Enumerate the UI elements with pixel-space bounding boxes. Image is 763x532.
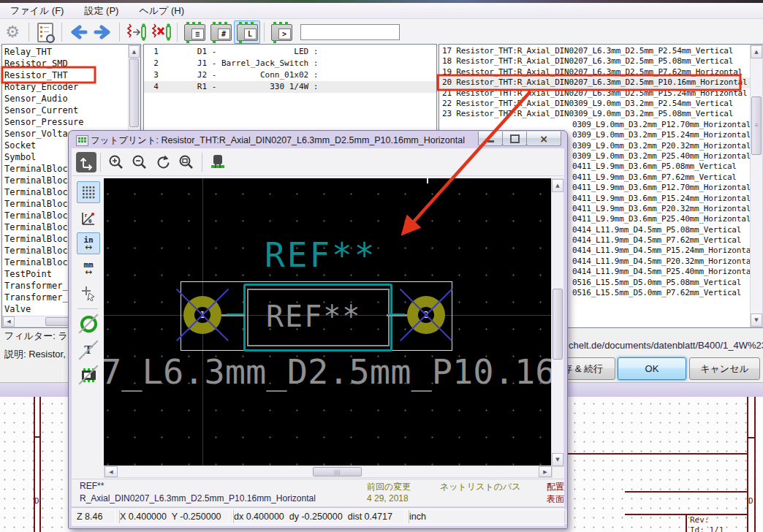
title-block-line-top <box>625 491 748 493</box>
close-button[interactable]: × <box>526 132 561 146</box>
delete-associations-button[interactable] <box>148 21 173 43</box>
footprint-row-partial[interactable]: 0309_L9.0mm_D3.2mm_P12.70mm_Horizontal <box>569 120 751 130</box>
ok-button[interactable]: OK <box>618 357 686 380</box>
polar-coords-button[interactable]: rθ <box>77 208 100 229</box>
footprint-row-partial[interactable]: 0414_L11.9mm_D4.5mm_P5.08mm_Vertical <box>569 225 751 235</box>
units-mm-button[interactable]: mm↔ <box>77 257 100 279</box>
next-component-button[interactable] <box>91 21 115 43</box>
footprint-icon <box>76 135 88 146</box>
footprint-row[interactable]: 20 Resistor_THT:R_Axial_DIN0207_L6.3mm_D… <box>439 77 751 88</box>
scroll-right-button[interactable]: ▶ <box>539 466 552 477</box>
library-item[interactable]: Rotary_Encoder <box>2 81 126 93</box>
cursor-crosshair-icon <box>80 285 96 301</box>
zoom-fit-icon <box>178 154 194 170</box>
library-item[interactable]: Resistor_SMD <box>2 58 126 69</box>
footprint-row-partial[interactable]: 0414_L11.9mm_D4.5mm_P25.40mm_Horizontal <box>569 267 751 277</box>
cancel-button[interactable]: キャンセル <box>689 357 760 380</box>
scroll-up-button[interactable]: ▲ <box>751 45 762 58</box>
datasheet-url-text: chelt.de/documents/datenblatt/B400/1_4W%… <box>569 340 763 351</box>
menu-item[interactable]: ヘルプ (H) <box>129 3 194 18</box>
maximize-icon <box>510 134 520 143</box>
zoom-out-icon <box>132 154 148 170</box>
text-sketch-mode-button[interactable]: T <box>77 339 100 361</box>
footprint-row[interactable]: 21 Resistor_THT:R_Axial_DIN0207_L6.3mm_D… <box>439 88 751 99</box>
zoom-in-button[interactable] <box>105 151 128 173</box>
footprint-row[interactable]: 19 Resistor_THT:R_Axial_DIN0207_L6.3mm_D… <box>439 67 751 77</box>
footprint-viewer-button[interactable] <box>33 21 58 43</box>
outline-sketch-mode-button[interactable] <box>77 364 100 386</box>
scroll-thumb[interactable]: ≡ <box>751 96 762 155</box>
filter-button-≡[interactable]: ≡ <box>181 20 208 44</box>
component-row[interactable]: 2 J1 - Barrel_Jack_Switch : <box>144 58 436 69</box>
show-both-sides-button[interactable] <box>76 152 96 172</box>
footprint-row[interactable]: 22 Resistor_THT:R_Axial_DIN0309_L9.0mm_D… <box>439 99 751 109</box>
scroll-left-button[interactable]: ◀ <box>3 316 15 327</box>
toolbar-separator <box>100 153 101 172</box>
filter-button->[interactable]: > <box>268 20 295 44</box>
cursor-shape-button[interactable] <box>77 282 100 304</box>
scroll-up-button[interactable]: ▲ <box>129 45 140 58</box>
footprint-search-input[interactable] <box>300 24 400 40</box>
footprint-row-partial[interactable]: 0516_L15.5mm_D5.0mm_P5.08mm_Vertical <box>569 278 751 288</box>
pad-sketch-mode-button[interactable] <box>77 313 100 335</box>
info-last-change-label: 前回の変更 <box>367 481 411 493</box>
menu-item[interactable]: ファイル (F) <box>0 3 74 18</box>
redraw-view-button[interactable] <box>151 151 175 173</box>
library-item[interactable]: Resistor_THT <box>2 69 126 81</box>
footprint-row-partial[interactable]: 0414_L11.9mm_D4.5mm_P20.32mm_Horizontal <box>569 256 751 267</box>
scroll-down-button[interactable]: ▼ <box>751 314 762 327</box>
canvas-vscrollbar[interactable]: ▲ ▼ <box>551 178 564 467</box>
component-row[interactable]: 4 R1 - 330 1/4W : <box>144 81 436 93</box>
library-item[interactable]: Sensor_Pressure <box>2 116 126 128</box>
auto-associate-button[interactable] <box>124 21 148 43</box>
footprint-vscrollbar[interactable]: ▲ ≡ ▼ <box>750 45 763 327</box>
scroll-up-button[interactable]: ▲ <box>552 179 563 192</box>
footprint-row-partial[interactable]: 0411_L9.9mm_D3.6mm_P20.32mm_Horizontal <box>569 204 751 214</box>
sheet-zone-label-right: D <box>748 496 753 506</box>
footprint-row[interactable]: 18 Resistor_THT:R_Axial_DIN0207_L6.3mm_D… <box>439 56 751 66</box>
footprint-row-partial[interactable]: 0516_L15.5mm_D5.0mm_P7.62mm_Vertical <box>569 288 751 298</box>
scroll-thumb[interactable] <box>553 289 563 360</box>
footprint-row-partial[interactable]: 0411_L9.9mm_D3.6mm_P7.62mm_Vertical <box>569 172 751 183</box>
footprint-row-partial[interactable]: 0309_L9.0mm_D3.2mm_P15.24mm_Horizontal <box>569 130 751 140</box>
zoom-fit-button[interactable] <box>175 151 198 173</box>
library-item[interactable]: Relay_THT <box>2 46 126 58</box>
maximize-button[interactable] <box>502 132 527 146</box>
viewer-title-bar[interactable]: フットプリント: Resistor_THT:R_Axial_DIN0207_L6… <box>72 132 564 148</box>
grid-toggle-button[interactable] <box>77 181 100 203</box>
component-row[interactable]: 3 J2 - Conn_01x02 : <box>144 69 436 81</box>
footprint-row-partial[interactable]: 0414_L11.9mm_D4.5mm_P15.24mm_Horizontal <box>569 246 751 256</box>
library-item[interactable]: Sensor_Audio <box>2 93 126 104</box>
viewer-info-area: REF** R_Axial_DIN0207_L6.3mm_D2.5mm_P10.… <box>72 479 564 506</box>
footprint-row-partial[interactable]: 0411_L9.9mm_D3.6mm_P15.24mm_Horizontal <box>569 194 751 204</box>
3d-viewer-button[interactable] <box>206 151 229 173</box>
footprint-row[interactable]: 17 Resistor_THT:R_Axial_DIN0207_L6.3mm_D… <box>439 46 751 56</box>
units-inches-button[interactable]: in↔ <box>77 232 100 254</box>
footprint-row-partial[interactable]: 0411_L9.9mm_D3.6mm_P25.40mm_Horizontal <box>569 214 751 224</box>
minimize-icon <box>487 140 494 142</box>
scroll-thumb[interactable] <box>129 58 139 127</box>
chip-icon: L <box>237 24 258 41</box>
previous-component-button[interactable] <box>66 21 91 43</box>
scroll-thumb[interactable]: ||| <box>313 467 362 476</box>
component-row[interactable]: 1 D1 - LED : <box>144 46 436 58</box>
zoom-out-button[interactable] <box>128 151 151 173</box>
scroll-down-button[interactable]: ▼ <box>552 453 563 466</box>
toolbar-separator <box>264 23 265 42</box>
menu-item[interactable]: 設定 (P) <box>74 3 129 18</box>
footprint-row-partial[interactable]: 0411_L9.9mm_D3.6mm_P5.08mm_Vertical <box>569 162 751 172</box>
footprint-row-partial[interactable]: 0309_L9.0mm_D3.2mm_P25.40mm_Horizontal <box>569 151 751 162</box>
library-item[interactable]: Sensor_Current <box>2 104 126 116</box>
filter-button-#[interactable]: # <box>208 20 234 44</box>
canvas-hscrollbar[interactable]: ◀ ||| ▶ <box>104 466 553 478</box>
settings-button[interactable]: ⚙ <box>0 21 25 43</box>
footprint-row-partial[interactable]: 0309_L9.0mm_D3.2mm_P20.32mm_Horizontal <box>569 141 751 151</box>
filter-button-L[interactable]: L <box>234 20 260 44</box>
scroll-left-button[interactable]: ◀ <box>105 466 118 477</box>
info-placement-value: 表面 <box>547 493 564 506</box>
footprint-canvas[interactable]: REF** REF** 1 2 7_L6.3mm_D2.5mm_P10.16 <box>104 178 551 466</box>
footprint-row-partial[interactable]: 0411_L9.9mm_D3.6mm_P12.70mm_Horizontal <box>569 183 751 193</box>
minimize-button[interactable] <box>478 132 503 146</box>
footprint-row-partial[interactable]: 0414_L11.9mm_D4.5mm_P7.62mm_Vertical <box>569 235 751 246</box>
footprint-row[interactable]: 23 Resistor_THT:R_Axial_DIN0309_L9.0mm_D… <box>439 109 751 119</box>
